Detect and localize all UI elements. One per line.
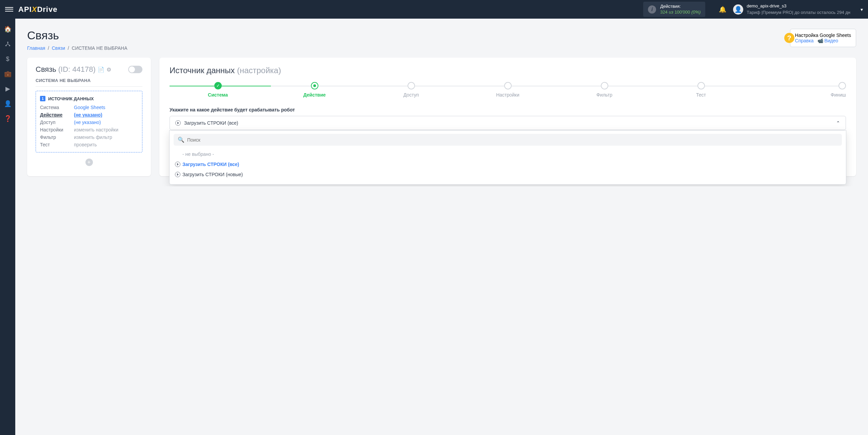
enable-toggle[interactable] <box>128 66 142 73</box>
dropdown-search[interactable]: 🔍 <box>174 134 842 146</box>
step-filter-label: Фильтр <box>596 92 612 98</box>
logo-pre: API <box>18 5 32 14</box>
svg-point-0 <box>7 42 8 43</box>
logo[interactable]: APIXDrive <box>18 5 57 14</box>
actions-pct: (0%) <box>691 9 701 15</box>
logo-x: X <box>32 5 37 14</box>
option-load-all-label: Загрузить СТРОКИ (все) <box>182 162 239 167</box>
nav-briefcase-icon[interactable]: 💼 <box>4 70 12 78</box>
data-source-box: 1 ИСТОЧНИК ДАННЫХ Система Google Sheets … <box>36 91 142 152</box>
stepper: Система Действие Доступ Настройки Фильтр… <box>170 82 846 98</box>
logo-post: Drive <box>37 5 57 14</box>
step-settings-label: Настройки <box>496 92 519 98</box>
breadcrumb: Главная / Связи / СИСТЕМА НЕ ВЫБРАНА <box>27 45 127 51</box>
source-title-sub: (настройка) <box>237 66 281 75</box>
main: Связь Главная / Связи / СИСТЕМА НЕ ВЫБРА… <box>15 19 868 186</box>
row-test-value[interactable]: проверить <box>74 142 138 147</box>
nav-home-icon[interactable]: 🏠 <box>4 25 12 33</box>
play-icon <box>175 162 180 167</box>
row-action-key: Действие <box>40 112 71 118</box>
row-access-key: Доступ <box>40 120 71 125</box>
help-title: Настройка Google Sheets <box>795 33 851 38</box>
option-load-new-label: Загрузить СТРОКИ (новые) <box>182 172 243 177</box>
chevron-down-icon: ▾ <box>861 7 863 12</box>
connection-id: (ID: 44178) <box>58 65 96 74</box>
nav-help-icon[interactable]: ❓ <box>4 115 12 122</box>
actions-of: из <box>669 9 673 15</box>
info-icon: i <box>648 5 656 14</box>
help-box: ? Настройка Google Sheets Справка Видео <box>790 29 856 47</box>
instruction-label: Укажите на какое действие будет срабатыв… <box>170 107 846 112</box>
gear-icon[interactable]: ⚙ <box>106 66 111 73</box>
copy-icon[interactable]: 📄 <box>98 66 104 73</box>
nav-connections-icon[interactable] <box>4 40 12 48</box>
step-finish[interactable]: Финиш <box>749 82 846 98</box>
action-select[interactable]: Загрузить СТРОКИ (все) ⌃ <box>170 116 846 130</box>
source-title: Источник данных <box>170 66 235 75</box>
nav-video-icon[interactable]: ▶ <box>4 85 12 92</box>
menu-toggle[interactable] <box>5 5 13 14</box>
option-load-new-rows[interactable]: Загрузить СТРОКИ (новые) <box>174 169 842 180</box>
step-access-label: Доступ <box>403 92 419 98</box>
step-finish-label: Финиш <box>831 92 846 98</box>
row-test-key: Тест <box>40 142 71 147</box>
step-system[interactable]: Система <box>170 82 266 98</box>
play-icon <box>175 172 180 177</box>
topbar: APIXDrive i Действия: 324 из 100'000 (0%… <box>0 0 868 19</box>
step-number-badge: 1 <box>40 96 45 101</box>
play-icon <box>175 120 181 126</box>
step-system-label: Система <box>208 92 228 98</box>
search-icon: 🔍 <box>178 137 184 143</box>
step-access[interactable]: Доступ <box>363 82 459 98</box>
row-access-value[interactable]: (не указано) <box>74 120 138 125</box>
connection-title: Связь <box>36 65 56 74</box>
breadcrumb-current: СИСТЕМА НЕ ВЫБРАНА <box>72 45 127 51</box>
action-selected-value: Загрузить СТРОКИ (все) <box>184 120 238 126</box>
step-action[interactable]: Действие <box>266 82 363 98</box>
connection-card: Связь (ID: 44178) 📄 ⚙ СИСТЕМА НЕ ВЫБРАНА… <box>27 58 151 176</box>
breadcrumb-links[interactable]: Связи <box>52 45 65 51</box>
breadcrumb-home[interactable]: Главная <box>27 45 45 51</box>
row-action-value[interactable]: (не указано) <box>74 112 138 118</box>
actions-total: 100'000 <box>674 9 690 15</box>
tariff-line: Тариф |Премиум PRO| до оплаты осталось 2… <box>747 9 850 16</box>
actions-label: Действия: <box>660 4 701 9</box>
sidebar: 🏠 $ 💼 ▶ 👤 ❓ <box>0 19 15 186</box>
chevron-up-icon: ⌃ <box>836 120 840 126</box>
nav-account-icon[interactable]: 👤 <box>4 100 12 107</box>
nav-billing-icon[interactable]: $ <box>4 55 12 63</box>
row-settings-key: Настройки <box>40 127 71 132</box>
help-video-link[interactable]: Видео <box>817 38 838 43</box>
user-menu[interactable]: 👤 demo_apix-drive_s3 Тариф |Премиум PRO|… <box>733 3 863 15</box>
step-action-label: Действие <box>303 92 326 98</box>
search-input[interactable] <box>187 137 838 143</box>
actions-used: 324 <box>660 9 668 15</box>
user-name: demo_apix-drive_s3 <box>747 3 850 9</box>
data-source-title: ИСТОЧНИК ДАННЫХ <box>48 96 94 101</box>
step-test[interactable]: Тест <box>653 82 749 98</box>
help-reference-link[interactable]: Справка <box>795 38 814 43</box>
avatar-icon: 👤 <box>733 4 743 15</box>
option-load-all-rows[interactable]: Загрузить СТРОКИ (все) <box>174 159 842 169</box>
step-filter[interactable]: Фильтр <box>556 82 653 98</box>
add-destination-button[interactable]: + <box>85 159 93 166</box>
row-settings-value[interactable]: изменить настройки <box>74 127 138 132</box>
option-none[interactable]: - не выбрано - <box>174 149 842 159</box>
source-config-card: Источник данных (настройка) Система Дейс… <box>159 58 856 176</box>
step-test-label: Тест <box>696 92 706 98</box>
row-filter-key: Фильтр <box>40 134 71 140</box>
actions-counter[interactable]: i Действия: 324 из 100'000 (0%) <box>643 2 705 17</box>
step-settings[interactable]: Настройки <box>459 82 556 98</box>
help-question-icon[interactable]: ? <box>784 33 794 43</box>
row-system-value[interactable]: Google Sheets <box>74 105 138 110</box>
action-dropdown: 🔍 - не выбрано - Загрузить СТРОКИ (все) … <box>169 130 846 185</box>
page-title: Связь <box>27 29 127 42</box>
row-filter-value[interactable]: изменить фильтр <box>74 134 138 140</box>
system-not-selected-label: СИСТЕМА НЕ ВЫБРАНА <box>36 78 142 87</box>
bell-icon[interactable]: 🔔 <box>719 6 726 13</box>
row-system-key: Система <box>40 105 71 110</box>
